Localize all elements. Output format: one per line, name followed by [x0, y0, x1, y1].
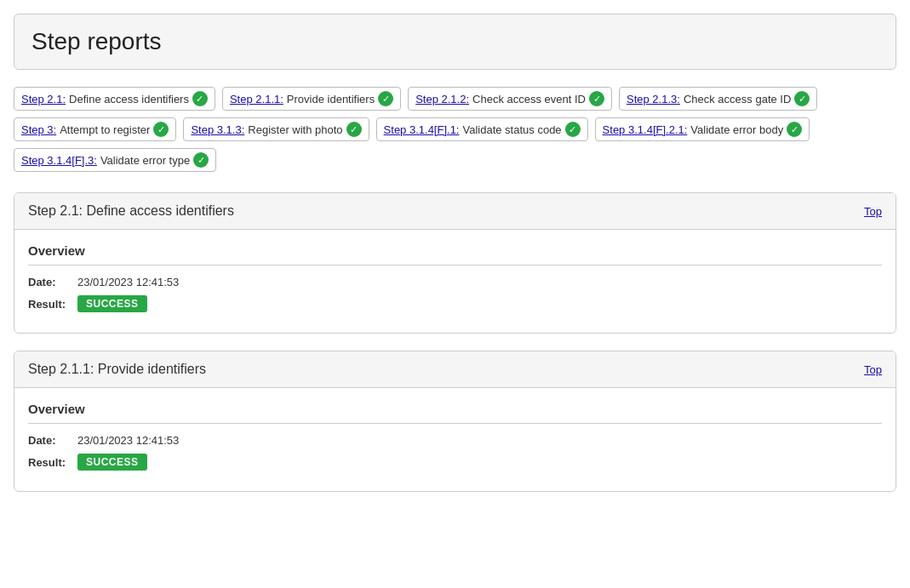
step-link-label: Provide identifiers	[287, 93, 375, 106]
step-link-badge: Step 3.1.4[F].1: Validate status code✓	[376, 117, 588, 141]
step-section-body: OverviewDate:23/01/2023 12:41:53Result:S…	[14, 388, 896, 491]
step-link-anchor-link-step-2-1-2[interactable]: Step 2.1.2:	[415, 93, 469, 106]
step-link-badge: Step 2.1.1: Provide identifiers✓	[222, 87, 401, 111]
top-link[interactable]: Top	[864, 363, 882, 376]
overview-heading: Overview	[28, 243, 882, 258]
result-label: Result:	[28, 298, 71, 311]
step-link-badge: Step 2.1.3: Check access gate ID✓	[619, 87, 817, 111]
step-section-body: OverviewDate:23/01/2023 12:41:53Result:S…	[14, 230, 896, 333]
step-section: Step 2.1: Define access identifiersTopOv…	[14, 192, 896, 334]
check-icon: ✓	[193, 152, 209, 168]
step-section-title: Step 2.1.1: Provide identifiers	[28, 362, 206, 377]
step-section: Step 2.1.1: Provide identifiersTopOvervi…	[14, 351, 896, 492]
step-link-badge: Step 3.1.4[F].3: Validate error type✓	[14, 148, 216, 172]
step-link-anchor-link-step-3-1-4-f-2-1[interactable]: Step 3.1.4[F].2.1:	[603, 123, 688, 136]
step-link-badge: Step 3: Attempt to register✓	[14, 117, 176, 141]
check-icon: ✓	[378, 91, 393, 106]
date-label: Date:	[28, 276, 71, 288]
check-icon: ✓	[192, 91, 208, 106]
result-badge: SUCCESS	[77, 454, 147, 471]
step-link-label: Check access event ID	[472, 93, 586, 106]
page-title: Step reports	[31, 28, 879, 55]
top-link[interactable]: Top	[864, 205, 882, 218]
date-value: 23/01/2023 12:41:53	[77, 276, 179, 288]
step-link-anchor-link-step-3-1-4-f-1[interactable]: Step 3.1.4[F].1:	[384, 123, 460, 136]
step-link-anchor-link-step-2-1-3[interactable]: Step 2.1.3:	[627, 93, 680, 106]
sections-area: Step 2.1: Define access identifiersTopOv…	[14, 192, 896, 492]
step-link-anchor-link-step-3-1-4-f-3[interactable]: Step 3.1.4[F].3:	[21, 154, 97, 167]
step-link-label: Register with photo	[248, 123, 342, 136]
overview-divider	[28, 265, 882, 265]
step-link-anchor-link-step-2-1-1[interactable]: Step 2.1.1:	[230, 93, 283, 106]
step-section-title: Step 2.1: Define access identifiers	[28, 203, 234, 219]
step-link-badge: Step 3.1.3: Register with photo✓	[183, 117, 369, 141]
step-link-badge: Step 2.1: Define access identifiers✓	[14, 87, 215, 111]
check-icon: ✓	[589, 91, 604, 106]
step-link-label: Attempt to register	[60, 123, 150, 136]
check-icon: ✓	[153, 122, 169, 137]
step-link-label: Validate error type	[100, 154, 190, 167]
step-section-header: Step 2.1.1: Provide identifiersTop	[14, 351, 896, 388]
step-link-badge: Step 2.1.2: Check access event ID✓	[408, 87, 612, 111]
step-link-anchor-link-step-3-1-3[interactable]: Step 3.1.3:	[191, 123, 244, 136]
overview-heading: Overview	[28, 402, 882, 416]
step-link-label: Define access identifiers	[69, 93, 189, 106]
check-icon: ✓	[794, 91, 810, 106]
step-link-label: Check access gate ID	[684, 93, 791, 106]
step-link-anchor-link-step-3[interactable]: Step 3:	[21, 123, 56, 136]
overview-result-row: Result:SUCCESS	[28, 295, 882, 312]
check-icon: ✓	[565, 122, 581, 137]
overview-divider	[28, 423, 882, 424]
overview-date-row: Date:23/01/2023 12:41:53	[28, 434, 882, 447]
overview-date-row: Date:23/01/2023 12:41:53	[28, 276, 882, 288]
step-link-anchor-link-step-2-1[interactable]: Step 2.1:	[21, 93, 66, 106]
date-label: Date:	[28, 434, 71, 447]
result-label: Result:	[28, 456, 71, 469]
step-link-badge: Step 3.1.4[F].2.1: Validate error body✓	[595, 117, 810, 141]
date-value: 23/01/2023 12:41:53	[77, 434, 179, 447]
page-title-box: Step reports	[14, 14, 896, 70]
step-link-label: Validate error body	[690, 123, 783, 136]
result-badge: SUCCESS	[77, 295, 147, 312]
step-link-label: Validate status code	[462, 123, 561, 136]
check-icon: ✓	[787, 122, 802, 137]
step-links-container: Step 2.1: Define access identifiers✓Step…	[14, 87, 896, 172]
check-icon: ✓	[346, 122, 362, 137]
step-section-header: Step 2.1: Define access identifiersTop	[14, 193, 896, 230]
overview-result-row: Result:SUCCESS	[28, 454, 882, 471]
